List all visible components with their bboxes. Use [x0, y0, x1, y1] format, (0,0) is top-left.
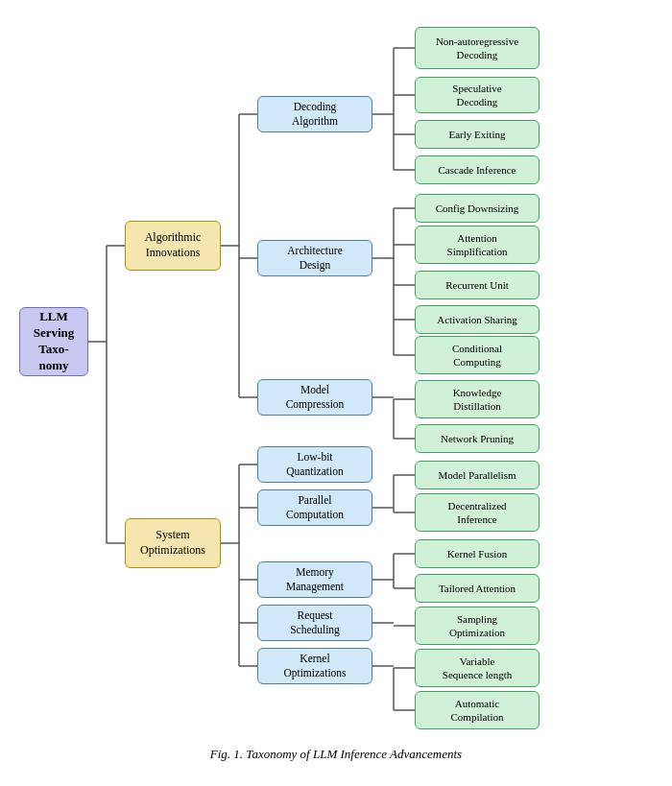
- node-decoding-algorithm: DecodingAlgorithm: [257, 96, 372, 132]
- node-knowledge-distillation: KnowledgeDistillation: [415, 380, 540, 418]
- node-non-autoregressive: Non-autoregressiveDecoding: [415, 27, 540, 69]
- node-variable-sequence-length: VariableSequence length: [415, 649, 540, 687]
- node-low-bit-quantization: Low-bitQuantization: [257, 446, 372, 483]
- node-decentralized-inference: DecentralizedInference: [415, 493, 540, 532]
- node-speculative-decoding: SpeculativeDecoding: [415, 77, 540, 113]
- node-system-optimizations: SystemOptimizations: [125, 518, 221, 568]
- node-attention-simplification: AttentionSimplification: [415, 226, 540, 264]
- node-automatic-compilation: AutomaticCompilation: [415, 691, 540, 729]
- node-kernel-optimizations: KernelOptimizations: [257, 648, 372, 684]
- node-request-scheduling: RequestScheduling: [257, 605, 372, 641]
- node-architecture-design: ArchitectureDesign: [257, 240, 372, 276]
- node-root: LLMServingTaxo-nomy: [19, 307, 88, 376]
- node-kernel-fusion: Kernel Fusion: [415, 539, 540, 568]
- node-conditional-computing: ConditionalComputing: [415, 336, 540, 374]
- node-cascade-inference: Cascade Inference: [415, 155, 540, 184]
- node-tailored-attention: Tailored Attention: [415, 574, 540, 603]
- node-model-parallelism: Model Parallelism: [415, 461, 540, 489]
- node-parallel-computation: ParallelComputation: [257, 489, 372, 526]
- figure-caption: Fig. 1. Taxonomy of LLM Inference Advanc…: [210, 747, 462, 762]
- node-activation-sharing: Activation Sharing: [415, 305, 540, 334]
- taxonomy-diagram: LLMServingTaxo-nomy AlgorithmicInnovatio…: [10, 10, 662, 739]
- node-early-exiting: Early Exiting: [415, 120, 540, 149]
- node-sampling-optimization: SamplingOptimization: [415, 607, 540, 645]
- node-config-downsizing: Config Downsizing: [415, 194, 540, 223]
- node-model-compression: ModelCompression: [257, 379, 372, 416]
- node-network-pruning: Network Pruning: [415, 424, 540, 453]
- node-algorithmic-innovations: AlgorithmicInnovations: [125, 221, 221, 271]
- node-memory-management: MemoryManagement: [257, 561, 372, 598]
- node-recurrent-unit: Recurrent Unit: [415, 271, 540, 299]
